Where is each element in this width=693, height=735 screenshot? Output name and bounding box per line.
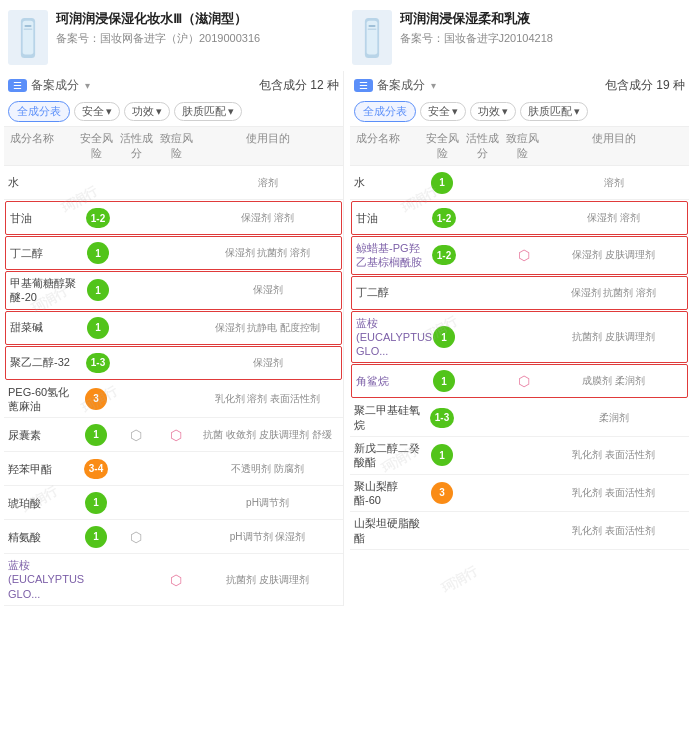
filing-badge-1: ☰ — [8, 79, 27, 92]
filing-dropdown-2[interactable]: ▾ — [431, 80, 436, 91]
active-molecule-icon: ⬡ — [130, 529, 142, 545]
purpose-cell: 溶剂 — [196, 176, 339, 190]
active-cell: ⬡ — [116, 529, 156, 545]
ingredient-name-cell: PEG-60氢化蓖麻油 — [8, 385, 76, 414]
table-row: 琥珀酸 1 pH调节剂 — [4, 486, 343, 520]
table-row: 鲸蜡基-PG羟乙基棕榈酰胺 1-2 ⬡ 保湿剂 皮肤调理剂 — [351, 236, 688, 275]
purpose-cell: 保湿剂 — [198, 356, 337, 370]
ingredient-name-cell: 聚乙二醇-32 — [10, 355, 78, 369]
purpose-cell: 保湿剂 — [198, 283, 337, 297]
svg-rect-2 — [24, 25, 31, 27]
safety-badge: 1-3 — [430, 408, 454, 428]
purpose-cell: 溶剂 — [542, 176, 685, 190]
purpose-cell: 抗菌 收敛剂 皮肤调理剂 舒缓 — [196, 428, 339, 442]
safety-cell: 3 — [76, 388, 116, 410]
safety-cell: 1 — [424, 326, 464, 348]
product-info-2: 珂润润浸保湿柔和乳液 备案号：国妆备进字J20104218 — [400, 10, 686, 46]
ingredient-name-text: 蓝桉(EUCALYPTUS GLO... — [356, 316, 432, 359]
ingredient-name-text: 丁二醇 — [10, 246, 43, 260]
table-row: 水 溶剂 — [4, 166, 343, 200]
ingredient-name-text: 聚二甲基硅氧烷 — [354, 403, 422, 432]
filter-all-1[interactable]: 全成分表 — [8, 101, 70, 122]
ingredient-name-cell: 水 — [8, 175, 76, 189]
purpose-cell: 乳化剂 表面活性剂 — [542, 524, 685, 538]
filing-badge-2: ☰ — [354, 79, 373, 92]
filter-skin-2[interactable]: 肤质匹配 ▾ — [520, 102, 588, 121]
table-row: 聚山梨醇酯-60 3 乳化剂 表面活性剂 — [350, 475, 689, 513]
purpose-cell: 柔润剂 — [542, 411, 685, 425]
purpose-text: 保湿剂 — [253, 283, 283, 297]
panel-2: ☰ 备案成分 ▾ 包含成分 19 种 全成分表 安全 ▾ 功效 ▾ 肤质匹配 ▾… — [343, 71, 689, 606]
product-title-1: 珂润润浸保湿化妆水Ⅲ（滋润型） — [56, 10, 342, 28]
purpose-text: 乳化剂 溶剂 表面活性剂 — [215, 392, 321, 406]
table-header-2: 成分名称 安全风险 活性成分 致痘风险 使用目的 — [350, 126, 689, 166]
purpose-text: 保湿剂 抗静电 配度控制 — [215, 321, 321, 335]
main-content: ☰ 备案成分 ▾ 包含成分 12 种 全成分表 安全 ▾ 功效 ▾ 肤质匹配 ▾… — [0, 71, 693, 606]
product-info-1: 珂润润浸保湿化妆水Ⅲ（滋润型） 备案号：国妆网备进字（沪）2019000316 — [56, 10, 342, 46]
ingredient-name-text: PEG-60氢化蓖麻油 — [8, 385, 76, 414]
ingredient-name-cell: 蓝桉(EUCALYPTUS GLO... — [356, 316, 424, 359]
purpose-text: 溶剂 — [604, 176, 624, 190]
purpose-text: 保湿剂 抗菌剂 溶剂 — [571, 286, 657, 300]
filter-skin-1[interactable]: 肤质匹配 ▾ — [174, 102, 242, 121]
safety-cell: 1 — [422, 172, 462, 194]
purpose-text: 保湿剂 溶剂 — [241, 211, 294, 225]
purpose-text: 乳化剂 表面活性剂 — [572, 524, 655, 538]
panels-wrapper: 珂润行 珂润行 珂润行 珂润行 珂润行 珂润行 珂润行 珂润行 ☰ 备案成分 ▾… — [0, 71, 693, 606]
panel-2-header-left: ☰ 备案成分 ▾ — [354, 77, 436, 94]
safety-cell: 3-4 — [76, 459, 116, 479]
purpose-cell: pH调节剂 — [196, 496, 339, 510]
purpose-cell: 抗菌剂 皮肤调理剂 — [544, 330, 683, 344]
filing-label-1: 备案成分 — [31, 77, 79, 94]
safety-badge: 3 — [431, 482, 453, 504]
safety-cell: 1 — [422, 444, 462, 466]
table-row: 甜菜碱 1 保湿剂 抗静电 配度控制 — [5, 311, 342, 345]
filter-safety-2[interactable]: 安全 ▾ — [420, 102, 466, 121]
ingredient-name-cell: 琥珀酸 — [8, 496, 76, 510]
acne-cell: ⬡ — [504, 373, 544, 389]
filter-safety-1[interactable]: 安全 ▾ — [74, 102, 120, 121]
filter-effect-2[interactable]: 功效 ▾ — [470, 102, 516, 121]
safety-badge: 3-4 — [84, 459, 108, 479]
svg-rect-7 — [367, 28, 376, 29]
acne-cell: ⬡ — [504, 247, 544, 263]
ingredient-name-text: 羟苯甲酯 — [8, 462, 52, 476]
table-row: 水 1 溶剂 — [350, 166, 689, 200]
th-name-2: 成分名称 — [354, 131, 422, 161]
safety-badge: 1 — [85, 492, 107, 514]
safety-cell: 1-2 — [78, 208, 118, 228]
ingredient-name-text: 聚山梨醇酯-60 — [354, 479, 422, 508]
table-body-2: 水 1 溶剂 甘油 1-2 — [350, 166, 689, 550]
panel-1-header-left: ☰ 备案成分 ▾ — [8, 77, 90, 94]
filter-effect-1[interactable]: 功效 ▾ — [124, 102, 170, 121]
table-row: 角鲨烷 1 ⬡ 成膜剂 柔润剂 — [351, 364, 688, 398]
panel-1: ☰ 备案成分 ▾ 包含成分 12 种 全成分表 安全 ▾ 功效 ▾ 肤质匹配 ▾… — [4, 71, 343, 606]
purpose-text: 保湿剂 溶剂 — [587, 211, 640, 225]
purpose-text: 溶剂 — [258, 176, 278, 190]
ingredient-name-cell: 精氨酸 — [8, 530, 76, 544]
filing-dropdown-1[interactable]: ▾ — [85, 80, 90, 91]
purpose-cell: 成膜剂 柔润剂 — [544, 374, 683, 388]
th-active-1: 活性成分 — [116, 131, 156, 161]
purpose-cell: 乳化剂 溶剂 表面活性剂 — [196, 392, 339, 406]
table-row: 甲基葡糖醇聚醚-20 1 保湿剂 — [5, 271, 342, 310]
safety-cell: 1-3 — [78, 353, 118, 373]
top-section: 珂润润浸保湿化妆水Ⅲ（滋润型） 备案号：国妆网备进字（沪）2019000316 … — [0, 0, 693, 71]
ingredient-name-cell: 甘油 — [10, 211, 78, 225]
safety-cell: 1 — [78, 242, 118, 264]
table-row: 蓝桉(EUCALYPTUS GLO... 1 抗菌剂 皮肤调理剂 — [351, 311, 688, 364]
purpose-text: 抗菌 收敛剂 皮肤调理剂 舒缓 — [203, 428, 331, 442]
table-row: 蓝桉(EUCALYPTUS GLO... ⬡ 抗菌剂 皮肤调理剂 — [4, 554, 343, 606]
table-row: 丁二醇 保湿剂 抗菌剂 溶剂 — [351, 276, 688, 310]
purpose-cell: 保湿剂 抗菌剂 溶剂 — [198, 246, 337, 260]
ingredient-name-text: 聚乙二醇-32 — [10, 355, 70, 369]
filter-bar-2: 全成分表 安全 ▾ 功效 ▾ 肤质匹配 ▾ — [350, 98, 689, 126]
ingredient-name-cell: 羟苯甲酯 — [8, 462, 76, 476]
ingredient-name-text: 尿囊素 — [8, 428, 41, 442]
ingredient-name-cell: 角鲨烷 — [356, 374, 424, 388]
purpose-text: 保湿剂 皮肤调理剂 — [572, 248, 655, 262]
safety-badge: 1 — [85, 526, 107, 548]
safety-cell: 3 — [422, 482, 462, 504]
filter-all-2[interactable]: 全成分表 — [354, 101, 416, 122]
purpose-text: pH调节剂 保湿剂 — [230, 530, 306, 544]
